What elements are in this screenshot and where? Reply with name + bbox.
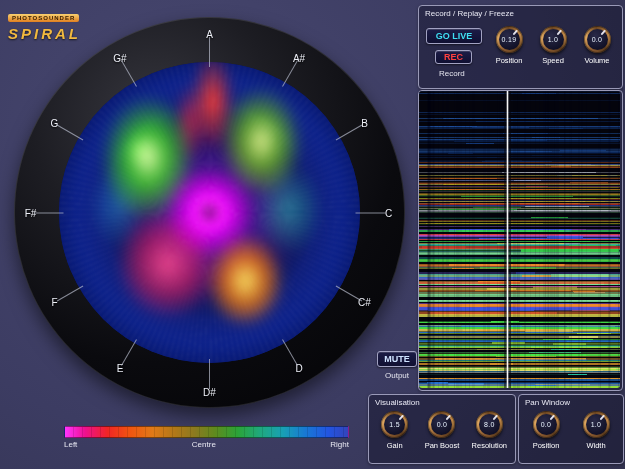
pan-left-label: Left [64, 440, 77, 449]
knob-value: 0.19 [502, 36, 517, 43]
knob-dial-volume[interactable]: 0.0 [584, 26, 611, 53]
note-label-b: B [361, 118, 368, 129]
pan-window-knobs: 0.0Position1.0Width [521, 411, 621, 450]
note-label-gsharp: G# [113, 52, 126, 63]
knob-label: Pan Boost [420, 441, 464, 450]
note-ring: AA#BCC#DD#EFF#GG# [14, 17, 405, 408]
knob-label: Volume [575, 56, 619, 65]
visualisation-panel-title: Visualisation [375, 398, 420, 407]
knob-value: 1.0 [548, 36, 559, 43]
knob-value: 0.0 [592, 36, 603, 43]
pan-colorbar: Left Centre Right [64, 426, 349, 449]
knob-width[interactable]: 1.0Width [574, 411, 618, 450]
knob-dial-position[interactable]: 0.0 [533, 411, 560, 438]
record-panel: Record / Replay / Freeze GO LIVE REC Rec… [418, 5, 623, 89]
note-label-csharp: C# [358, 297, 371, 308]
pan-gradient-bar [64, 426, 349, 438]
pan-window-panel-title: Pan Window [525, 398, 570, 407]
knob-position[interactable]: 0.19Position [487, 26, 531, 65]
knob-dial-resolution[interactable]: 8.0 [476, 411, 503, 438]
knob-label: Speed [531, 56, 575, 65]
knob-volume[interactable]: 0.0Volume [575, 26, 619, 65]
visualisation-knobs: 1.5Gain0.0Pan Boost8.0Resolution [371, 411, 513, 450]
knob-label: Position [524, 441, 568, 450]
note-spoke [209, 37, 210, 67]
note-label-asharp: A# [293, 52, 305, 63]
go-live-button[interactable]: GO LIVE [426, 28, 482, 44]
note-spoke [336, 285, 362, 301]
knob-value: 1.0 [591, 421, 602, 428]
knob-position[interactable]: 0.0Position [524, 411, 568, 450]
knob-value: 1.5 [389, 421, 400, 428]
record-knobs: 0.19Position1.0Speed0.0Volume [487, 26, 619, 65]
record-label: Record [439, 69, 465, 78]
knob-dial-position[interactable]: 0.19 [496, 26, 523, 53]
pan-scale-labels: Left Centre Right [64, 440, 349, 449]
pan-right-label: Right [330, 440, 349, 449]
pan-window-panel: Pan Window 0.0Position1.0Width [518, 394, 624, 464]
visualisation-panel: Visualisation 1.5Gain0.0Pan Boost8.0Reso… [368, 394, 516, 464]
note-spoke [336, 124, 362, 140]
note-spoke [356, 212, 386, 213]
knob-label: Position [487, 56, 531, 65]
knob-pan-boost[interactable]: 0.0Pan Boost [420, 411, 464, 450]
note-label-f: F [51, 297, 57, 308]
knob-speed[interactable]: 1.0Speed [531, 26, 575, 65]
note-label-c: C [385, 207, 392, 218]
note-spoke [282, 339, 298, 365]
knob-gain[interactable]: 1.5Gain [373, 411, 417, 450]
knob-dial-pan-boost[interactable]: 0.0 [428, 411, 455, 438]
mute-button[interactable]: MUTE [377, 351, 417, 367]
spectrogram-panel [418, 90, 623, 391]
note-spoke [282, 60, 298, 86]
knob-label: Width [574, 441, 618, 450]
record-panel-title: Record / Replay / Freeze [425, 9, 514, 18]
pan-centre-label: Centre [192, 440, 216, 449]
knob-dial-width[interactable]: 1.0 [583, 411, 610, 438]
note-spoke [57, 285, 83, 301]
note-spoke [209, 359, 210, 389]
spectrogram-display[interactable] [419, 91, 620, 388]
knob-label: Resolution [467, 441, 511, 450]
knob-value: 0.0 [437, 421, 448, 428]
spiral-plugin-window: PHOTOSOUNDER SPIRAL AA#BCC#DD#EFF#GG# Le… [0, 0, 625, 469]
knob-dial-gain[interactable]: 1.5 [381, 411, 408, 438]
spiral-dial: AA#BCC#DD#EFF#GG# [14, 17, 405, 408]
knob-value: 0.0 [541, 421, 552, 428]
knob-value: 8.0 [484, 421, 495, 428]
output-label: Output [377, 371, 417, 380]
note-spoke [121, 339, 137, 365]
note-spoke [121, 60, 137, 86]
note-spoke [57, 124, 83, 140]
note-label-g: G [51, 118, 59, 129]
rec-button[interactable]: REC [435, 50, 472, 64]
knob-dial-speed[interactable]: 1.0 [540, 26, 567, 53]
note-spoke [34, 212, 64, 213]
knob-label: Gain [373, 441, 417, 450]
knob-resolution[interactable]: 8.0Resolution [467, 411, 511, 450]
